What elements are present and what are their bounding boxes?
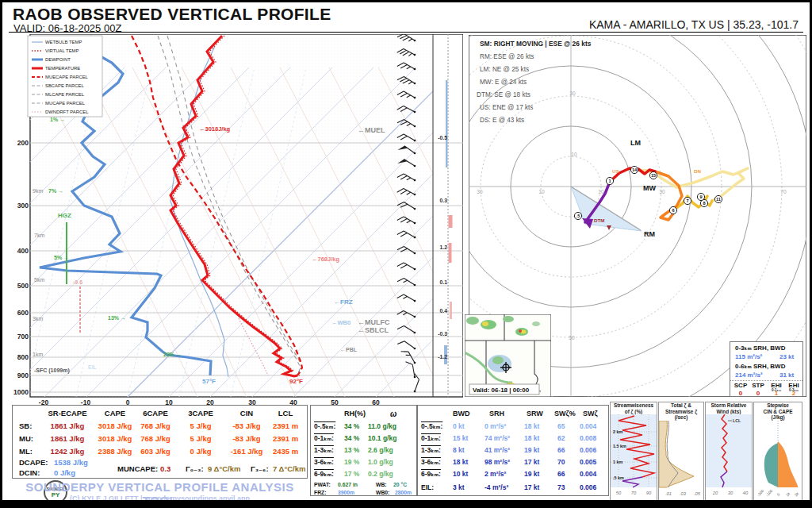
- lapse-0-3-label: Γ₀₋₃:: [186, 464, 204, 473]
- stp-header: STP: [749, 382, 767, 389]
- omega-tick: 0.1: [440, 279, 448, 285]
- x-tick: 2k: [794, 491, 799, 497]
- skewt-legend: WETBULB TEMP VIRTUAL TEMP DEWPOINT TEMPE…: [28, 36, 102, 117]
- sm-info: SM: RIGHT MOVING | ESE @ 26 kts: [480, 40, 592, 48]
- wb0-value: 2800m: [395, 490, 412, 495]
- lcl-marker-label: LCL: [733, 418, 741, 423]
- marker-6km: 6: [672, 208, 674, 213]
- mix-label: 23% →: [163, 352, 182, 357]
- legend-item: MUECAPE PARCEL: [45, 75, 89, 79]
- w-value: 10.1 g/kg: [368, 434, 396, 442]
- lapse-3-6-value: 7 Δ°C/km: [273, 464, 305, 473]
- w-value: 1.0 g/kg: [368, 458, 393, 466]
- pressure-tick: 700: [17, 333, 29, 341]
- x-tick: 1k: [785, 491, 791, 497]
- rh-value: 13 %: [344, 446, 359, 454]
- layer-label: 1-3ₖₘ:: [421, 446, 441, 454]
- ring-label: 30: [659, 189, 665, 194]
- panel-title2: CIN & CAPE: [754, 409, 802, 415]
- legend-item: MUCAPE PARCEL: [45, 101, 86, 106]
- swzp-header: SWζ%: [554, 410, 576, 418]
- row-label: ML:: [19, 447, 33, 456]
- swzp-value: 62: [557, 434, 565, 442]
- height-label: 3km: [33, 316, 43, 321]
- pressure-tick: 800: [17, 353, 29, 361]
- pbl-label: ←PBL: [340, 347, 358, 352]
- col-header: CAPE: [92, 409, 138, 418]
- sb-3cape: 5 J/kg: [178, 421, 223, 430]
- dcin-label: DCIN:: [19, 468, 40, 477]
- marker-9km: 9: [699, 194, 702, 199]
- w-value: 11.0 g/kg: [368, 422, 396, 430]
- swz-value: 0.005: [580, 458, 596, 466]
- pressure-tick: 400: [17, 247, 29, 255]
- swz-value: 0.006: [580, 483, 596, 491]
- frz-value: 3900m: [338, 490, 354, 495]
- cape-annotation: ←3018J/kg: [199, 125, 231, 133]
- srh06-value: 214 m²/s²: [735, 371, 763, 379]
- frz-label: FRZ:: [314, 490, 326, 495]
- mw-info: MW: E @ 24 kts: [480, 79, 527, 86]
- ehi1-value: 1: [768, 390, 785, 397]
- dcin-value: 0 J/kg: [54, 468, 75, 477]
- ml-6cape: 603 J/kg: [133, 447, 178, 456]
- omega-bar-up: [446, 80, 448, 167]
- wb-label: WB:: [376, 482, 387, 487]
- rh-value: 17 %: [344, 470, 359, 478]
- wb0-label: WB0:: [376, 490, 389, 495]
- mix-label: 7% →: [48, 188, 63, 194]
- dcape-value: 1538 J/kg: [54, 458, 88, 467]
- legend-item: SBCAPE PARCEL: [45, 83, 84, 88]
- layer-label: 6-9ₖₘ:: [421, 470, 441, 478]
- station-label: KAMA - AMARILLO, TX US | 35.23, -101.7: [589, 18, 799, 31]
- bwd-header: BWD: [453, 410, 470, 418]
- ml-3cape: 0 J/kg: [178, 447, 223, 456]
- x-tick: 70: [631, 491, 637, 495]
- mu-lcl: 2391 m: [265, 434, 306, 443]
- layer-label: 0-1ₖₘ:: [421, 434, 441, 442]
- col-header: LCL: [265, 409, 306, 418]
- streamwiseness-panel: Streamwiseness of ζ (%) 2 km 1.5 km 1 km…: [610, 402, 657, 502]
- mu-srecape: 1861 J/kg: [44, 434, 90, 443]
- rotated-ticks: -200 -100 0 1k 2k: [756, 488, 799, 497]
- stepwise-cape-area: [778, 441, 798, 487]
- swz-value: 0.004: [580, 470, 596, 478]
- swz-value: 0.004: [580, 422, 596, 430]
- figure-frame: RAOB OBSERVED VERTICAL PROFILE VALID: 06…: [0, 0, 812, 508]
- x-tick: 0: [776, 492, 781, 497]
- sfc-label: -SFC (1099m): [34, 368, 70, 374]
- panel-title3: (J/kg): [754, 414, 802, 421]
- swzp-value: 70: [557, 458, 565, 466]
- dn-label: DN: [694, 168, 701, 174]
- row-label: MU:: [19, 434, 33, 443]
- swzp-value: 65: [557, 422, 565, 430]
- mix-label: 1% →: [50, 117, 65, 122]
- page-title: RAOB OBSERVED VERTICAL PROFILE: [13, 5, 331, 24]
- pressure-tick: 600: [17, 309, 29, 317]
- omega-tick: -1.2: [438, 354, 447, 360]
- bwd-value: 18 kt: [453, 458, 468, 466]
- panel-title2: Wind (kts): [706, 409, 752, 415]
- moisture-table: RH(%) ω 0-.5ₖₘ: 34 % 11.0 g/kg 0-1ₖₘ: 34…: [310, 405, 417, 496]
- srw-value: 17 kt: [524, 458, 539, 466]
- panel-title2: of ζ (%): [611, 409, 657, 415]
- lm-info: LM: NE @ 25 kts: [480, 66, 529, 73]
- srh-value: 41 m²/s²: [485, 446, 510, 454]
- wb0-label: ←WB0: [331, 319, 350, 326]
- kinematics-table: BWD SRH SRW SWζ% SWζ 0-.5ₖₘ: 0 kt 0 m²/s…: [417, 405, 609, 496]
- ring-label: 70: [780, 189, 787, 194]
- scp-value: 0: [732, 390, 749, 397]
- marker-0.5km: .5: [576, 214, 580, 218]
- srh-value: 0 m²/s²: [485, 422, 506, 430]
- marker-11km: 11: [716, 197, 721, 202]
- total-vorticity-panel: Total ζ & Streamwise ζ (/sec) .01 .03 .0…: [658, 402, 704, 502]
- x-tick: 40: [743, 491, 749, 495]
- rh-value: 34 %: [344, 434, 359, 442]
- marker-15km: 15: [651, 173, 656, 178]
- srw-value: 18 kt: [524, 422, 539, 430]
- bwd-value: 3 kt: [453, 483, 465, 491]
- height-label: 1km: [33, 352, 43, 357]
- layer-label: 3-6ₖₘ:: [421, 458, 441, 466]
- pwat-value: 0.627 in: [338, 482, 358, 487]
- frz-label: ←FRZ: [334, 298, 353, 306]
